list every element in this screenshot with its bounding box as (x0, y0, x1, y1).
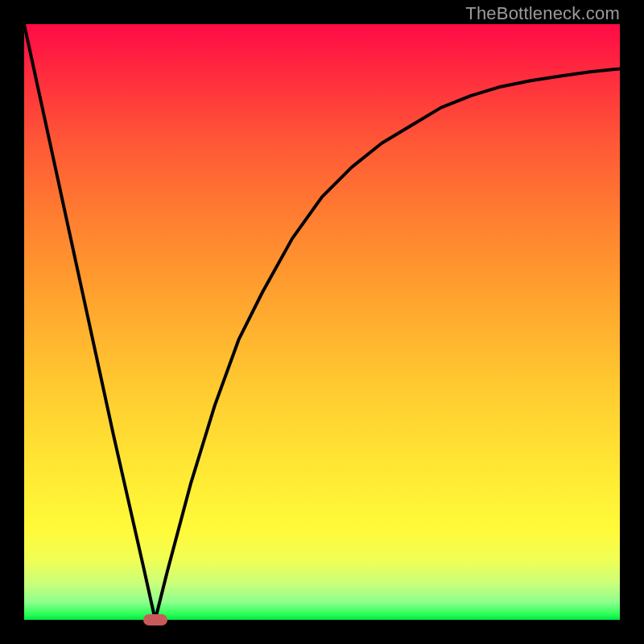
chart-frame: TheBottleneck.com (0, 0, 644, 644)
watermark-text: TheBottleneck.com (465, 3, 620, 24)
bottleneck-curve (24, 24, 620, 620)
plot-area (24, 24, 620, 620)
curve-svg (24, 24, 620, 620)
minimum-marker (143, 614, 167, 625)
